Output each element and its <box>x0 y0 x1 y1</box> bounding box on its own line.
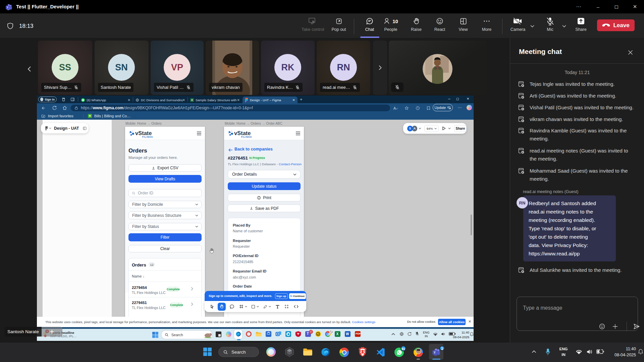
svg-text:vState: vState <box>234 130 251 136</box>
svg-text:vState: vState <box>135 130 152 136</box>
svg-text:T: T <box>434 351 436 354</box>
svg-text:FILINGS: FILINGS <box>241 136 252 138</box>
svg-text:T: T <box>7 6 8 9</box>
svg-text:FILINGS: FILINGS <box>142 136 153 138</box>
